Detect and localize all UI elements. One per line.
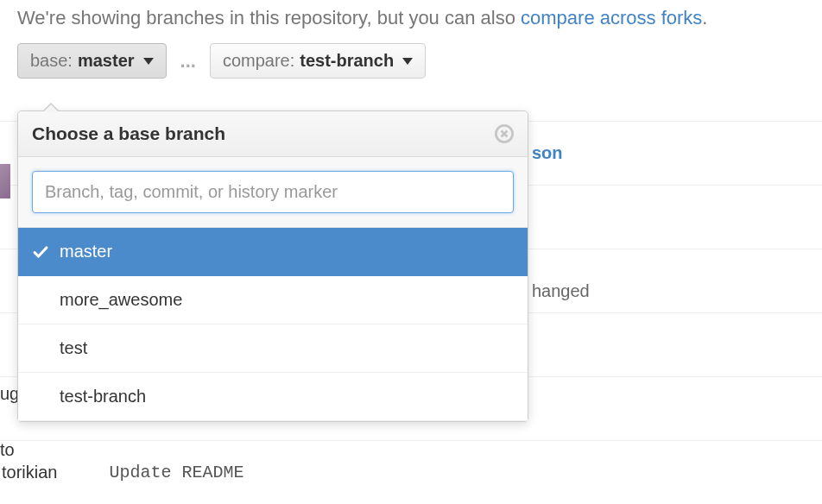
branch-list: master more_awesome test test-branch bbox=[18, 228, 528, 421]
branch-item-test-branch[interactable]: test-branch bbox=[18, 373, 528, 421]
branch-dropdown-popover: Choose a base branch master more_awesome… bbox=[17, 110, 528, 422]
background-row: torikian Update README bbox=[0, 440, 822, 504]
branch-search-input[interactable] bbox=[32, 171, 514, 213]
branch-name: master bbox=[60, 242, 112, 261]
compare-value: test-branch bbox=[300, 51, 394, 71]
branch-item-test[interactable]: test bbox=[18, 324, 528, 373]
popover-title: Choose a base branch bbox=[32, 123, 225, 144]
bg-link-partial[interactable]: son bbox=[532, 143, 563, 163]
ellipsis-separator: ... bbox=[179, 50, 198, 72]
caret-down-icon bbox=[143, 58, 154, 65]
author-partial: torikian bbox=[2, 463, 57, 482]
info-period: . bbox=[702, 7, 707, 28]
branch-name: test bbox=[60, 338, 87, 358]
compare-label: compare: bbox=[223, 51, 294, 71]
base-label: base: bbox=[30, 51, 73, 71]
check-icon bbox=[32, 243, 49, 261]
popover-search-row bbox=[18, 157, 528, 228]
info-text: We're showing branches in this repositor… bbox=[17, 7, 521, 28]
branch-selector-row: base: master ... compare: test-branch bbox=[0, 43, 822, 94]
branch-item-master[interactable]: master bbox=[18, 228, 528, 276]
base-branch-button[interactable]: base: master bbox=[17, 43, 167, 79]
compare-branch-button[interactable]: compare: test-branch bbox=[210, 43, 426, 79]
avatar bbox=[0, 164, 10, 198]
bg-fragment-1: ug bbox=[0, 384, 19, 404]
branch-item-more-awesome[interactable]: more_awesome bbox=[18, 276, 528, 324]
base-value: master bbox=[78, 51, 135, 71]
caret-down-icon bbox=[402, 58, 413, 65]
branch-name: more_awesome bbox=[60, 290, 182, 310]
commit-message: Update README bbox=[109, 463, 243, 482]
bg-fragment-2: to bbox=[0, 440, 15, 460]
changed-text-partial: hanged bbox=[532, 281, 590, 301]
close-icon[interactable] bbox=[495, 124, 514, 143]
popover-header: Choose a base branch bbox=[18, 111, 528, 157]
info-banner: We're showing branches in this repositor… bbox=[0, 0, 822, 43]
compare-forks-link[interactable]: compare across forks bbox=[521, 7, 702, 28]
branch-name: test-branch bbox=[60, 387, 146, 406]
